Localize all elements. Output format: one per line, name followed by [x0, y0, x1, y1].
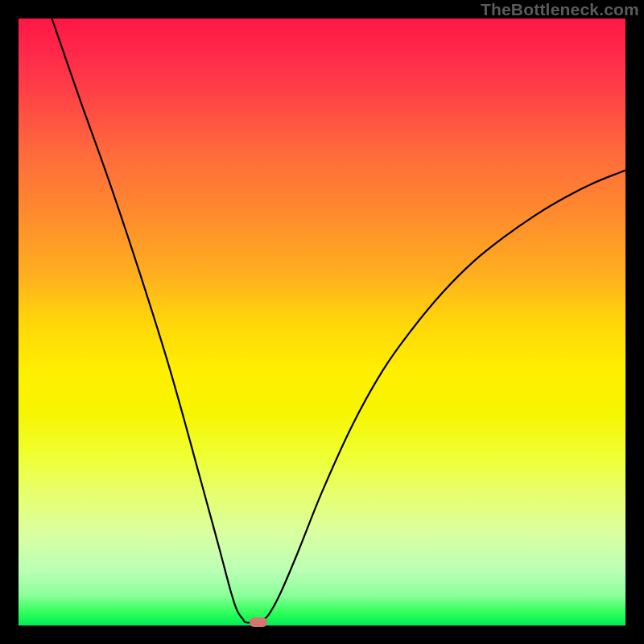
bottleneck-curve: [19, 19, 625, 625]
optimum-marker: [250, 617, 267, 627]
watermark-label: TheBottleneck.com: [481, 0, 639, 19]
chart-frame: TheBottleneck.com: [0, 0, 644, 644]
plot-area: [19, 19, 625, 625]
